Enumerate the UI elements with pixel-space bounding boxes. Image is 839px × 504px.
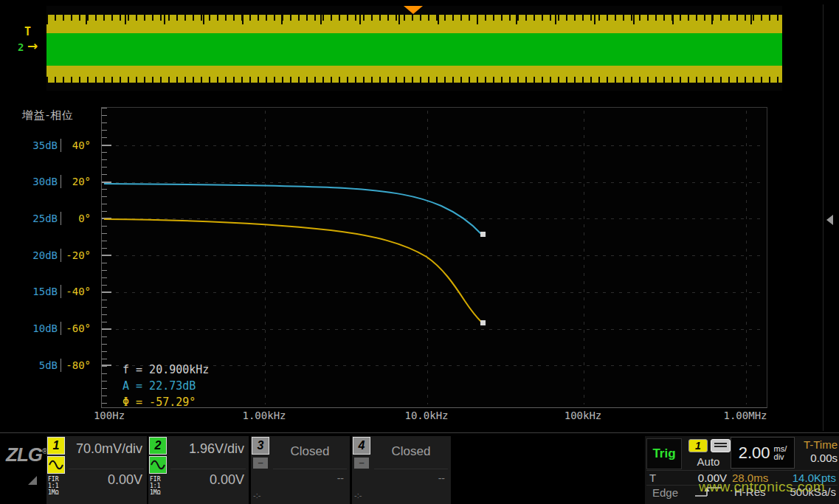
gain-tick-label: 25dB (21, 213, 58, 224)
cursor-phase: Φ = -57.29° (122, 394, 209, 410)
acquisition-mode: H-Res (734, 486, 766, 498)
trigger-mode: Auto (685, 455, 732, 468)
side-panel-collapse-icon[interactable] (826, 215, 833, 225)
trigger-position-icon[interactable] (404, 6, 423, 14)
phase-tick-label: 20° (64, 176, 91, 187)
axis-divider (61, 322, 61, 335)
channel2-position-marker[interactable]: 2 (18, 41, 24, 53)
ch2-waveform-band (46, 33, 782, 66)
x-tick-label: 1.00kHz (242, 410, 286, 421)
channel2-vdiv: 1.96V/div (189, 441, 244, 457)
cursor-gain: A = 22.73dB (122, 378, 209, 394)
phase-tick-label: -40° (64, 286, 91, 297)
rising-edge-icon (692, 485, 726, 498)
x-tick-label: 10.0kHz (404, 410, 448, 421)
gain-tick-label: 15dB (21, 286, 58, 297)
channel4-coupling-icon: – (354, 458, 369, 469)
timebase-button[interactable]: 2.00 ms/ div (731, 437, 795, 469)
trigger-coupling-icon[interactable] (711, 439, 731, 452)
y-axis-row: 10dB-60° (21, 321, 92, 336)
channel4-state: Closed (374, 444, 448, 459)
channel3-coupling-icon: – (253, 458, 268, 469)
axis-divider (61, 359, 61, 372)
channel2-probe-info: FIR 1:1 1MΩ (150, 476, 160, 496)
t-time-label: T-Time (797, 438, 838, 451)
trigger-level-marker[interactable]: T (24, 25, 31, 38)
channel3-offset-placeholder: -- (337, 472, 344, 484)
phase-cursor-marker[interactable] (480, 320, 486, 325)
record-length: 14.0Kpts (771, 472, 836, 484)
axis-divider (61, 285, 61, 298)
timebase-unit-bottom: div (774, 453, 787, 461)
brand-logo-text: ZLG (6, 443, 42, 466)
status-bar: ZLG® 1 FIR 1:1 1MΩ 70.0mV/div 0.00V 2 (0, 432, 839, 504)
channel4-probe-placeholder: -:- (354, 491, 362, 500)
x-tick-label: 1.00MHz (723, 410, 767, 421)
attenuation-label: 1:1 (150, 483, 160, 489)
channel1-coupling-icon[interactable] (47, 456, 65, 474)
trigger-level-label: T (649, 472, 656, 484)
oscilloscope-screen: T 2 → 增益-相位 35dB40° 30dB20° 25dB0° 20dB-… (0, 0, 839, 504)
attenuation-label: 1:1 (48, 483, 58, 489)
y-axis-row: 5dB-80° (21, 358, 92, 373)
channel1-vdiv: 70.0mV/div (76, 441, 142, 457)
channel4-offset-placeholder: -- (438, 472, 445, 484)
phase-tick-label: 0° (64, 213, 91, 224)
phase-tick-label: -60° (64, 322, 91, 334)
axis-divider (61, 175, 61, 188)
gain-tick-label: 10dB (21, 322, 58, 334)
t-time-value: 0.00s (797, 452, 838, 464)
axis-divider (61, 212, 61, 225)
phase-tick-label: -80° (64, 359, 91, 371)
waveform-overview[interactable] (46, 6, 782, 91)
channel1-badge[interactable]: 1 (47, 437, 65, 455)
timebase-scale: 2.00 (739, 443, 770, 463)
y-axis-row: 25dB0° (21, 211, 92, 226)
y-axis-row: 30dB20° (21, 174, 92, 189)
phase-tick-label: -20° (64, 249, 91, 261)
cursor-frequency: f = 20.900kHz (122, 362, 209, 378)
divider (170, 469, 246, 469)
horizontal-delay: 28.0ms (732, 472, 768, 484)
gain-cursor-marker[interactable] (480, 232, 486, 237)
channel3-box[interactable]: 3 – Closed -- -:- (251, 436, 350, 504)
cursor-readout: f = 20.900kHz A = 22.73dB Φ = -57.29° (122, 362, 209, 410)
gain-tick-label: 5dB (21, 359, 58, 371)
trigger-source-badge[interactable]: 1 (688, 439, 708, 452)
gain-tick-label: 20dB (21, 249, 58, 261)
ruler-ticks-bottom (46, 77, 782, 83)
trigger-status-button[interactable]: Trig (646, 438, 682, 469)
divider (69, 469, 144, 469)
sample-rate: 500kSa/s (771, 486, 836, 498)
impedance-label: 1MΩ (48, 489, 58, 496)
ruler-ticks-top-major (46, 15, 782, 24)
side-panel-divider (823, 4, 824, 431)
gain-tick-label: 30dB (21, 176, 58, 187)
channel1-box[interactable]: 1 FIR 1:1 1MΩ 70.0mV/div 0.00V (46, 436, 147, 504)
x-tick-label: 100kHz (564, 410, 602, 421)
gain-tick-label: 35dB (21, 139, 58, 151)
phase-trace (104, 219, 482, 322)
brand-logo: ZLG® (6, 443, 47, 466)
channel1-probe-info: FIR 1:1 1MΩ (48, 476, 58, 496)
divider (374, 469, 448, 469)
channel3-badge[interactable]: 3 (252, 437, 269, 455)
y-axis-row: 35dB40° (21, 138, 92, 153)
channel2-offset: 0.00V (210, 472, 244, 488)
divider (273, 469, 347, 469)
channel2-box[interactable]: 2 FIR 1:1 1MΩ 1.96V/div 0.00V (148, 436, 249, 504)
y-axis-row: 15dB-40° (21, 284, 92, 299)
bode-plot-canvas[interactable]: f = 20.900kHz A = 22.73dB Φ = -57.29° (101, 107, 767, 408)
channel4-badge[interactable]: 4 (353, 437, 370, 455)
timebase-unit: ms/ div (774, 445, 787, 461)
logo-hatch-icon (28, 476, 37, 485)
trigger-arrow-icon: → (27, 38, 38, 53)
channel1-offset: 0.00V (108, 472, 142, 488)
channel3-probe-placeholder: -:- (253, 491, 260, 500)
channel2-badge[interactable]: 2 (149, 437, 167, 455)
axis-divider (61, 139, 61, 152)
channel2-coupling-icon[interactable] (149, 456, 167, 474)
channel4-box[interactable]: 4 – Closed -- -:- (352, 436, 451, 504)
divider (732, 470, 838, 471)
x-tick-label: 100Hz (94, 410, 125, 421)
